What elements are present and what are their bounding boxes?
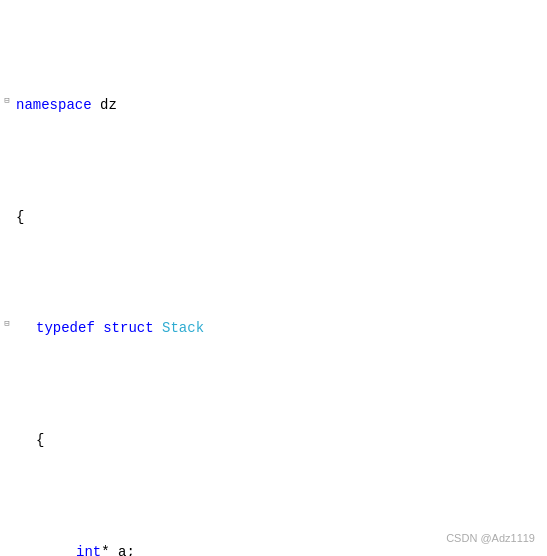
line-content-open-ns: {	[14, 206, 547, 228]
watermark: CSDN @Adz1119	[446, 530, 535, 548]
line-content-open-st: {	[14, 429, 547, 451]
line-namespace: ⊟ namespace dz	[0, 94, 547, 116]
line-content-namespace: namespace dz	[14, 94, 547, 116]
line-typedef: ⊟ typedef struct Stack	[0, 317, 547, 339]
line-open-ns: {	[0, 206, 547, 228]
code-block: ⊟ namespace dz { ⊟ typedef struct Stack …	[0, 0, 547, 556]
code-container: ⊟ namespace dz { ⊟ typedef struct Stack …	[0, 0, 547, 556]
line-content-typedef: typedef struct Stack	[14, 317, 547, 339]
line-open-st: {	[0, 429, 547, 451]
fold-namespace[interactable]: ⊟	[0, 94, 14, 108]
fold-typedef[interactable]: ⊟	[0, 317, 14, 331]
